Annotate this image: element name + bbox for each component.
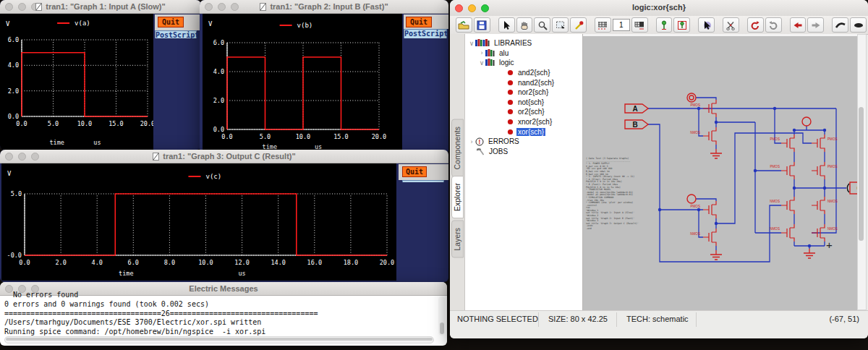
svg-text:NMOS: NMOS bbox=[827, 200, 838, 203]
save-library-button[interactable] bbox=[474, 17, 490, 33]
select-objects-button[interactable] bbox=[698, 17, 715, 33]
pin-b[interactable]: B bbox=[625, 120, 648, 129]
graph2-plot[interactable]: 0.05.010.015.020.00.02.04.06.0Vv(b)timeu… bbox=[203, 14, 402, 154]
zoom-button[interactable] bbox=[481, 4, 489, 12]
close-button[interactable] bbox=[5, 153, 13, 161]
close-button[interactable] bbox=[455, 4, 463, 12]
tab-explorer[interactable]: Explorer bbox=[451, 176, 464, 218]
error-icon: ! bbox=[475, 137, 484, 146]
postscript-button[interactable] bbox=[402, 180, 444, 182]
undo-button[interactable] bbox=[790, 17, 807, 33]
rotate-ccw-button[interactable] bbox=[747, 17, 764, 33]
cell-icon bbox=[507, 80, 514, 86]
graph2-titlebar[interactable]: tran1: "Graph 2: Input B (Fast)" bbox=[200, 0, 448, 14]
chevron-right-icon[interactable]: › bbox=[468, 138, 475, 145]
create-export-button[interactable] bbox=[673, 17, 690, 33]
expand-cells-button[interactable] bbox=[832, 17, 848, 33]
pin-node-button[interactable] bbox=[656, 17, 673, 33]
explorer-tree: ∨LIBRARIES›alu∨logicand2{sch}nand2{sch}n… bbox=[465, 34, 582, 156]
minimize-button[interactable] bbox=[18, 3, 26, 11]
close-button[interactable] bbox=[5, 3, 13, 11]
pin-c[interactable]: C bbox=[847, 182, 858, 194]
zoom-button[interactable] bbox=[31, 153, 39, 161]
quit-button[interactable]: Quit bbox=[406, 17, 432, 27]
redo-button[interactable] bbox=[807, 17, 824, 33]
rotate-cw-button[interactable] bbox=[765, 17, 782, 33]
open-library-button[interactable] bbox=[456, 17, 472, 33]
minimize-button[interactable] bbox=[218, 3, 226, 11]
collapse-blob-icon bbox=[853, 21, 864, 30]
zoom-tool-button[interactable] bbox=[534, 17, 550, 33]
tree-item-jobs[interactable]: JOBS bbox=[465, 147, 582, 157]
postscript-button[interactable]: PostScript bbox=[155, 30, 197, 38]
grid-alignment-value[interactable]: 1 bbox=[613, 19, 630, 31]
svg-text:5.0: 5.0 bbox=[11, 190, 22, 197]
tree-item-errors[interactable]: ›!ERRORS bbox=[465, 137, 582, 147]
close-button[interactable] bbox=[205, 3, 213, 11]
rotate-ccw-icon bbox=[750, 20, 760, 30]
tree-item-or2-sch-[interactable]: or2{sch} bbox=[465, 107, 582, 117]
tree-item-label: or2{sch} bbox=[516, 108, 546, 116]
tree-item-nand2-sch-[interactable]: nand2{sch} bbox=[465, 77, 582, 88]
messages-vertical-scrollbar[interactable] bbox=[438, 296, 445, 336]
graph1-button-panel: Quit bbox=[155, 14, 201, 30]
cut-button[interactable] bbox=[723, 17, 739, 33]
tree-item-xor-sch-[interactable]: xor{sch} bbox=[465, 127, 582, 137]
selection-box-icon bbox=[556, 20, 566, 30]
pan-tool-button[interactable] bbox=[516, 17, 533, 33]
graph3-titlebar[interactable]: tran1: "Graph 3: Output C (Result)" bbox=[0, 150, 448, 163]
chevron-down-icon[interactable]: ∨ bbox=[478, 59, 485, 67]
svg-text:6.0: 6.0 bbox=[213, 39, 224, 46]
svg-text:NMOS: NMOS bbox=[770, 227, 780, 231]
canvas-vertical-scrollbar[interactable] bbox=[857, 34, 867, 310]
electric-titlebar[interactable]: logic:xor{sch} bbox=[450, 0, 868, 17]
graph1-plot[interactable]: 0.05.010.015.020.00.02.04.06.0Vv(a)timeu… bbox=[0, 14, 153, 150]
svg-text:0.0: 0.0 bbox=[19, 259, 30, 266]
special-select-tool-button[interactable] bbox=[570, 17, 587, 33]
select-area-tool-button[interactable] bbox=[552, 17, 569, 33]
tree-item-xnor2-sch-[interactable]: xnor2{sch} bbox=[465, 117, 582, 127]
zoom-button[interactable] bbox=[231, 3, 239, 11]
tree-item-label: and2{sch} bbox=[516, 69, 552, 77]
tree-item-logic[interactable]: ∨logic bbox=[465, 58, 582, 68]
chevron-down-icon[interactable]: ∨ bbox=[468, 40, 475, 47]
scrollbar-thumb[interactable] bbox=[440, 323, 444, 334]
tree-item-nor2-sch-[interactable]: nor2{sch} bbox=[465, 88, 582, 98]
minimize-button[interactable] bbox=[468, 4, 476, 12]
transistors[interactable] bbox=[703, 100, 825, 246]
tree-item-not-sch-[interactable]: not{sch} bbox=[465, 98, 582, 108]
click-select-tool-button[interactable] bbox=[498, 17, 515, 33]
pin-a[interactable]: A bbox=[625, 104, 648, 113]
graph2-window: tran1: "Graph 2: Input B (Fast)" 0.05.01… bbox=[200, 0, 448, 154]
chevron-right-icon[interactable]: › bbox=[478, 49, 485, 56]
messages-log: No errors found 0 errors and 0 warnings … bbox=[4, 291, 318, 337]
svg-text:6.0: 6.0 bbox=[8, 36, 19, 43]
svg-text:20.0: 20.0 bbox=[372, 133, 386, 140]
quit-button[interactable]: Quit bbox=[402, 166, 427, 177]
explorer-panel: ∨LIBRARIES›alu∨logicand2{sch}nand2{sch}n… bbox=[465, 34, 583, 310]
tree-item-alu[interactable]: ›alu bbox=[465, 48, 582, 59]
svg-text:V: V bbox=[7, 170, 12, 177]
postscript-button[interactable]: PostScript bbox=[404, 29, 447, 38]
svg-text:15.0: 15.0 bbox=[109, 120, 123, 127]
save-icon bbox=[477, 20, 487, 30]
status-selection: NOTHING SELECTED bbox=[457, 315, 538, 323]
unexpand-cells-button[interactable] bbox=[850, 17, 867, 33]
quit-button[interactable]: Quit bbox=[158, 17, 184, 27]
grid-alignment-button[interactable] bbox=[631, 17, 648, 33]
svg-text:time: time bbox=[49, 139, 64, 146]
tree-item-and2-sch-[interactable]: and2{sch} bbox=[465, 68, 582, 78]
toggle-grid-button[interactable] bbox=[595, 17, 611, 33]
tab-layers[interactable]: Layers bbox=[451, 221, 464, 258]
tab-components[interactable]: Components bbox=[451, 119, 464, 177]
schematic-canvas[interactable]: PMOS NMOS PMOS NMOS PMOS PMOS PMOS PMOS … bbox=[583, 34, 858, 310]
svg-text:20.0: 20.0 bbox=[140, 120, 153, 127]
minimize-button[interactable] bbox=[18, 153, 26, 161]
zoom-button[interactable] bbox=[31, 3, 39, 11]
messages-horizontal-scrollbar[interactable] bbox=[4, 336, 434, 343]
graph1-titlebar[interactable]: tran1: "Graph 1: Input A (Slow)" bbox=[0, 0, 201, 14]
tree-item-libraries[interactable]: ∨LIBRARIES bbox=[465, 38, 582, 48]
scrollbar-thumb[interactable] bbox=[6, 338, 433, 341]
graph3-plot[interactable]: 0.02.04.06.08.010.012.014.016.018.020.0-… bbox=[1, 163, 396, 281]
scrollbar-thumb[interactable] bbox=[859, 107, 864, 241]
